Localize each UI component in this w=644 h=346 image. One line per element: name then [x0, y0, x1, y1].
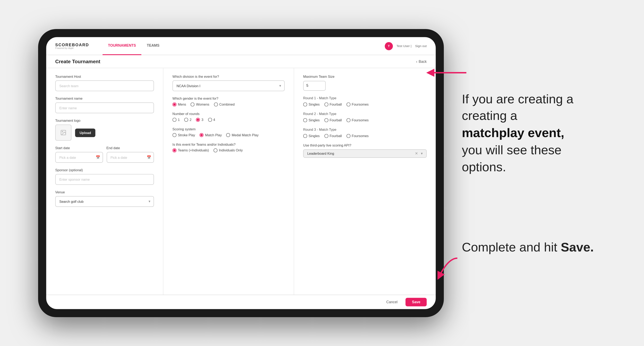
form-body: Tournament Host Tournament name Tourname…: [46, 68, 436, 295]
gender-label: Which gender is the event for?: [172, 97, 284, 101]
form-title: Create Tournament: [55, 59, 100, 64]
venue-label: Venue: [55, 190, 154, 194]
division-select-wrapper: NCAA Division I: [172, 80, 284, 91]
form-header: Create Tournament ‹ Back: [46, 55, 436, 68]
teams-group: Is this event for Teams and/or Individua…: [172, 142, 284, 152]
tab-teams[interactable]: TEAMS: [142, 37, 165, 55]
sponsor-input[interactable]: [55, 174, 154, 185]
calendar-icon-end: 📅: [147, 155, 151, 159]
round1-singles[interactable]: Singles: [303, 102, 320, 106]
gender-mens-label: Mens: [178, 102, 186, 106]
round2-foursomes[interactable]: Foursomes: [346, 118, 368, 122]
brand-title: SCOREBOARD: [55, 43, 89, 47]
back-button[interactable]: ‹ Back: [416, 59, 426, 63]
round2-radio-group: Singles Fourball Foursomes: [303, 118, 426, 122]
round-1[interactable]: 1: [172, 118, 180, 122]
matchplay-annotation: If you are creating a creating a matchpl…: [462, 90, 606, 175]
gender-group: Which gender is the event for? Mens Wome…: [172, 97, 284, 106]
tournament-host-input[interactable]: [55, 80, 154, 91]
round2-label: Round 2 - Match Type: [303, 112, 426, 116]
round1-match-type: Round 1 - Match Type Singles Fourball: [303, 96, 426, 106]
division-label: Which division is the event for?: [172, 74, 284, 79]
round3-singles[interactable]: Singles: [303, 134, 320, 138]
round3-fourball[interactable]: Fourball: [324, 134, 342, 138]
api-label: Use third-party live scoring API?: [303, 143, 426, 147]
tournament-logo-label: Tournament logo: [55, 119, 154, 123]
round-3[interactable]: 3: [196, 118, 203, 122]
gender-radio-group: Mens Womens Combined: [172, 102, 284, 106]
tournament-name-input[interactable]: [55, 102, 154, 113]
save-text-line1: Complete and hit: [462, 240, 557, 254]
annotation-right-line1b: creating a: [462, 109, 517, 123]
max-team-size-input[interactable]: [303, 80, 326, 90]
round-2[interactable]: 2: [184, 118, 192, 122]
gender-mens[interactable]: Mens: [172, 102, 186, 106]
arrow-save: [430, 254, 466, 283]
tournament-host-label: Tournament Host: [55, 74, 154, 79]
round1-fourball[interactable]: Fourball: [324, 102, 342, 106]
end-date-group: End date 📅: [106, 146, 154, 163]
tournament-host-group: Tournament Host: [55, 74, 154, 91]
venue-select-wrapper: Search golf club: [55, 196, 154, 207]
teams-radio-group: Teams (+Individuals) Individuals Only: [172, 148, 284, 153]
rounds-group: Number of rounds 1 2: [172, 112, 284, 122]
upload-button[interactable]: Upload: [75, 128, 96, 137]
max-team-size-group: Maximum Team Size: [303, 74, 426, 90]
stroke-play[interactable]: Stroke Play: [172, 133, 195, 137]
round3-foursomes[interactable]: Foursomes: [346, 134, 368, 138]
round-4[interactable]: 4: [208, 118, 215, 122]
round3-label: Round 3 - Match Type: [303, 127, 426, 131]
sign-out-link[interactable]: Sign out: [415, 44, 426, 47]
max-team-size-label: Maximum Team Size: [303, 74, 426, 79]
round1-radio-group: Singles Fourball Foursomes: [303, 102, 426, 106]
match-play-label: Match Play: [205, 133, 222, 137]
individuals-only[interactable]: Individuals Only: [213, 148, 242, 153]
division-select[interactable]: NCAA Division I: [172, 80, 284, 91]
nav-tabs: TOURNAMENTS TEAMS: [102, 37, 165, 55]
calendar-icon: 📅: [96, 155, 100, 159]
save-text-bold: Save.: [560, 240, 594, 254]
cancel-button[interactable]: Cancel: [382, 298, 402, 306]
round-4-label: 4: [213, 118, 215, 122]
date-row: Start date 📅 End date: [55, 146, 154, 163]
teams-plus-individuals[interactable]: Teams (+Individuals): [172, 148, 209, 153]
annotation-right-bold: matchplay event,: [462, 126, 564, 140]
form-footer: Cancel Save: [46, 295, 436, 309]
form-right-panel: Maximum Team Size Round 1 - Match Type S…: [294, 68, 436, 295]
round1-label: Round 1 - Match Type: [303, 96, 426, 100]
nav-right: T Test User | Sign out: [384, 42, 426, 50]
rounds-radio-group: 1 2 3: [172, 118, 284, 122]
round2-fourball[interactable]: Fourball: [324, 118, 342, 122]
medal-match-play-label: Medal Match Play: [232, 133, 258, 137]
logo-placeholder: [55, 124, 71, 141]
tablet-screen: SCOREBOARD Powered by clippit TOURNAMENT…: [46, 37, 436, 309]
user-text: Test User |: [396, 44, 411, 47]
annotations-container: If you are creating a creating a matchpl…: [462, 90, 606, 256]
stroke-play-label: Stroke Play: [178, 133, 195, 137]
teams-label: Is this event for Teams and/or Individua…: [172, 142, 284, 147]
gender-womens[interactable]: Womens: [190, 102, 209, 106]
gender-combined[interactable]: Combined: [214, 102, 234, 106]
api-tag: Leaderboard King ✕ ▾: [303, 149, 426, 158]
venue-select[interactable]: Search golf club: [55, 196, 154, 207]
match-play[interactable]: Match Play: [200, 133, 222, 137]
round3-radio-group: Singles Fourball Foursomes: [303, 134, 426, 138]
tablet-frame: SCOREBOARD Powered by clippit TOURNAMENT…: [38, 29, 444, 317]
venue-group: Venue Search golf club: [55, 190, 154, 207]
sponsor-group: Sponsor (optional): [55, 168, 154, 184]
round2-match-type: Round 2 - Match Type Singles Fourball: [303, 112, 426, 122]
api-group: Use third-party live scoring API? Leader…: [303, 143, 426, 157]
scoring-label: Scoring system: [172, 127, 284, 131]
start-date-group: Start date 📅: [55, 146, 103, 163]
round1-foursomes[interactable]: Foursomes: [346, 102, 368, 106]
brand-subtitle: Powered by clippit: [55, 47, 89, 49]
start-date-wrapper: 📅: [55, 152, 103, 163]
api-tag-remove[interactable]: ✕: [415, 151, 418, 155]
end-date-label: End date: [106, 146, 154, 150]
save-button[interactable]: Save: [406, 298, 426, 306]
round2-singles[interactable]: Singles: [303, 118, 320, 122]
tab-tournaments[interactable]: TOURNAMENTS: [102, 37, 141, 55]
medal-match-play[interactable]: Medal Match Play: [226, 133, 258, 137]
arrow-right-annotation: [426, 63, 471, 83]
tournament-logo-group: Tournament logo Upload: [55, 119, 154, 141]
